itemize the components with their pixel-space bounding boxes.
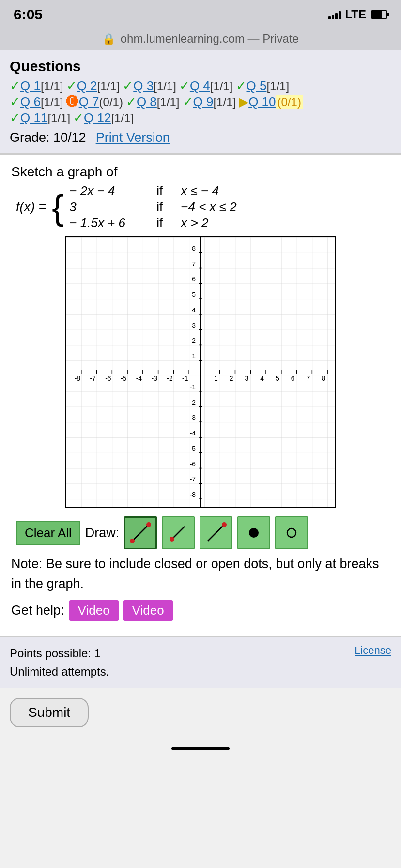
svg-text:6: 6 [192, 275, 196, 283]
line-tool-1-icon [128, 521, 153, 545]
q12-check-icon: ✓ [73, 110, 84, 125]
draw-open-dot-tool[interactable] [275, 516, 308, 549]
bottom-bar [0, 737, 401, 761]
case-1-row: − 2x − 4 if x ≤ − 4 [69, 184, 236, 199]
svg-text:-1: -1 [190, 383, 196, 391]
q3-link[interactable]: Q 3 [133, 78, 154, 93]
questions-row-3: ✓ Q 11 [1/1] ✓ Q 12 [1/1] [10, 110, 391, 125]
q10-item: ▶ Q 10 (0/1) [239, 94, 303, 109]
grade-value: Grade: 10/12 [10, 130, 86, 145]
q10-link[interactable]: Q 10 [248, 94, 276, 109]
coordinate-graph[interactable]: -8 -7 -6 -5 -4 -3 -2 -1 1 2 3 4 5 6 7 8 … [65, 236, 336, 508]
svg-text:-3: -3 [152, 374, 158, 382]
note-text: Note: Be sure to include closed or open … [11, 554, 390, 593]
svg-text:1: 1 [214, 374, 218, 382]
signal-bars-icon [328, 10, 341, 19]
q6-check-icon: ✓ [10, 94, 20, 109]
svg-text:2: 2 [230, 374, 233, 382]
svg-text:-2: -2 [167, 374, 173, 382]
draw-line-tool-2[interactable] [162, 516, 195, 549]
case-2-expr: 3 [69, 200, 147, 215]
help-label: Get help: [11, 603, 64, 618]
q11-link[interactable]: Q 11 [20, 110, 47, 125]
line-tool-3-icon [204, 521, 228, 545]
q5-link[interactable]: Q 5 [247, 78, 267, 93]
q7-item: 🅒 Q 7 (0/1) [66, 94, 123, 109]
svg-text:-8: -8 [75, 374, 81, 382]
q9-score: [1/1] [213, 95, 236, 109]
q12-link[interactable]: Q 12 [84, 110, 111, 125]
draw-line-tool-3[interactable] [200, 516, 232, 549]
draw-dot-tool[interactable] [237, 516, 270, 549]
q1-check-icon: ✓ [10, 78, 20, 93]
svg-text:7: 7 [192, 260, 196, 268]
license-link[interactable]: License [355, 644, 391, 657]
svg-text:-7: -7 [190, 475, 196, 483]
q7-link[interactable]: Q 7 [79, 94, 99, 109]
q11-item: ✓ Q 11 [1/1] [10, 110, 70, 125]
svg-point-71 [170, 537, 174, 542]
q2-item: ✓ Q 2 [1/1] [66, 78, 120, 93]
svg-text:3: 3 [192, 322, 196, 329]
svg-text:-5: -5 [190, 445, 196, 452]
q10-arrow-icon: ▶ [239, 94, 248, 109]
q8-item: ✓ Q 8 [1/1] [126, 94, 180, 109]
svg-text:-6: -6 [105, 374, 111, 382]
q9-link[interactable]: Q 9 [193, 94, 214, 109]
q3-item: ✓ Q 3 [1/1] [123, 78, 176, 93]
problem-instruction: Sketch a graph of [11, 164, 390, 180]
case-3-expr: − 1.5x + 6 [69, 216, 147, 231]
q8-score: [1/1] [157, 95, 180, 109]
svg-text:-7: -7 [90, 374, 96, 382]
svg-text:1: 1 [192, 352, 196, 360]
svg-point-74 [249, 528, 259, 538]
questions-row-1: ✓ Q 1 [1/1] ✓ Q 2 [1/1] ✓ Q 3 [1/1] ✓ Q … [10, 78, 391, 93]
draw-line-tool-1[interactable] [124, 516, 157, 549]
q6-link[interactable]: Q 6 [20, 94, 41, 109]
print-version-link[interactable]: Print Version [96, 130, 170, 145]
case-1-expr: − 2x − 4 [69, 184, 147, 199]
q8-link[interactable]: Q 8 [137, 94, 157, 109]
video-button-2[interactable]: Video [123, 600, 173, 621]
svg-line-67 [132, 525, 149, 541]
q3-score: [1/1] [154, 79, 176, 93]
svg-text:-4: -4 [190, 429, 196, 437]
case-1-if: if [156, 184, 171, 199]
video-button-1[interactable]: Video [69, 600, 119, 621]
q11-check-icon: ✓ [10, 110, 20, 125]
graph-container[interactable]: -8 -7 -6 -5 -4 -3 -2 -1 1 2 3 4 5 6 7 8 … [11, 236, 390, 508]
filled-dot-icon [242, 521, 266, 545]
submit-button[interactable]: Submit [10, 698, 89, 727]
svg-text:8: 8 [322, 374, 325, 382]
svg-text:7: 7 [307, 374, 310, 382]
q1-link[interactable]: Q 1 [20, 78, 41, 93]
svg-text:8: 8 [192, 245, 196, 252]
q4-link[interactable]: Q 4 [190, 78, 210, 93]
case-3-cond: x > 2 [181, 216, 208, 231]
svg-text:5: 5 [276, 374, 279, 382]
case-2-cond: −4 < x ≤ 2 [181, 200, 236, 215]
q2-score: [1/1] [97, 79, 120, 93]
case-3-if: if [156, 216, 171, 231]
q2-link[interactable]: Q 2 [77, 78, 97, 93]
open-dot-icon [279, 521, 304, 545]
q9-item: ✓ Q 9 [1/1] [183, 94, 236, 109]
status-icons: LTE [328, 8, 387, 21]
questions-row-2: ✓ Q 6 [1/1] 🅒 Q 7 (0/1) ✓ Q 8 [1/1] ✓ Q … [10, 94, 391, 109]
q12-score: [1/1] [111, 111, 134, 125]
help-row: Get help: Video Video [11, 600, 390, 621]
svg-point-75 [287, 528, 296, 537]
attempts-info: Unlimited attempts. [10, 663, 109, 681]
svg-text:-2: -2 [190, 399, 196, 406]
clear-all-button[interactable]: Clear All [16, 521, 80, 545]
lte-label: LTE [345, 8, 366, 21]
svg-text:2: 2 [192, 337, 196, 344]
url-bar: 🔒 ohm.lumenlearning.com — Private [0, 29, 401, 50]
lock-icon: 🔒 [102, 33, 115, 45]
piecewise-cases: − 2x − 4 if x ≤ − 4 3 if −4 < x ≤ 2 − 1.… [69, 184, 236, 231]
q1-score: [1/1] [41, 79, 63, 93]
svg-point-73 [222, 522, 227, 527]
q4-score: [1/1] [210, 79, 233, 93]
q7-score: (0/1) [99, 95, 123, 109]
q2-check-icon: ✓ [66, 78, 77, 93]
